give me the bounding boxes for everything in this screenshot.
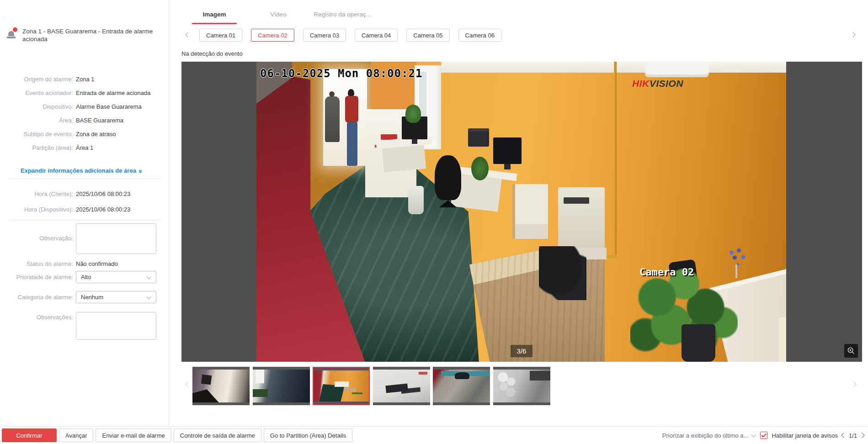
action-bar: Confirmar Avançar Enviar e-mail de alarm… xyxy=(0,426,868,444)
pagination: 1/1 xyxy=(842,432,864,439)
footer-right-controls: Priorizar a exibição do último a... Habi… xyxy=(662,428,864,442)
alarm-red-dot-badge xyxy=(13,27,17,32)
camera-button-04[interactable]: Camera 04 xyxy=(355,29,398,42)
camera-scroll-left-icon[interactable] xyxy=(185,32,190,37)
scene-trash-bin xyxy=(408,186,424,214)
enable-popup-label: Habilitar janela de avisos xyxy=(772,432,838,439)
field-row-event-subtype: Subtipo de evento: Zona de atraso xyxy=(0,127,165,141)
thumbnail-5[interactable] xyxy=(433,367,490,405)
thumbnail-image-dark-alley xyxy=(253,370,310,402)
scene-laser-printer xyxy=(558,187,605,248)
scene-monitor-2 xyxy=(493,137,522,164)
go-to-partition-details-button[interactable]: Go to Partition (Area) Details xyxy=(264,428,352,442)
enable-popup-checkbox[interactable] xyxy=(760,432,767,439)
chevron-down-icon xyxy=(751,432,756,437)
event-detection-label: Na detecção do evento xyxy=(181,50,243,57)
hikvision-logo: HIKVISION xyxy=(632,78,683,89)
thumbnail-image-office-orange xyxy=(314,370,369,402)
expand-area-info-link[interactable]: Expandir informações adicionais de área … xyxy=(21,167,143,174)
display-priority-dropdown[interactable]: Priorizar a exibição do último a... xyxy=(662,432,756,439)
alarm-time-fields: Hora (Cliente): 2025/10/06 08:00:23 Hora… xyxy=(0,186,165,217)
alarm-output-control-button[interactable]: Controle de saída de alarme xyxy=(174,428,261,442)
field-row-origin: Origem do alarme: Zona 1 xyxy=(0,72,165,86)
page-next-icon[interactable] xyxy=(859,433,864,438)
scene-office-chair xyxy=(435,155,461,200)
thumbnail-image-street xyxy=(433,370,490,402)
camera-button-05[interactable]: Camera 05 xyxy=(406,29,449,42)
camera-button-01[interactable]: Camera 01 xyxy=(199,29,242,42)
double-chevron-down-icon: » xyxy=(138,169,143,173)
media-tabs: Imagem Vídeo Registro da operaç... xyxy=(182,8,374,24)
alarm-status-row: Status do alarme: Não confirmado xyxy=(0,258,165,269)
osd-camera-name: Camera 02 xyxy=(639,266,694,278)
thumbnail-image-white-office xyxy=(373,370,430,402)
scene-black-chairs xyxy=(539,246,586,300)
image-counter-badge: 3/6 xyxy=(511,345,533,357)
divider xyxy=(8,220,161,220)
page-indicator: 1/1 xyxy=(849,432,857,439)
remarks-textarea[interactable] xyxy=(76,312,156,340)
observation-textarea[interactable] xyxy=(76,223,156,254)
next-button[interactable]: Avançar xyxy=(59,428,93,442)
priority-dropdown[interactable]: Alto xyxy=(76,271,156,283)
camera-snapshot: 06-10-2025 Mon 08:00:21 HIKVISION Camera… xyxy=(256,62,786,362)
scene-person-red-shirt xyxy=(343,89,361,168)
camera-selector-row: Camera 01 Camera 02 Camera 03 Camera 04 … xyxy=(181,29,862,42)
scene-conduit-pipe xyxy=(614,62,617,258)
scene-small-plant-2 xyxy=(471,157,489,180)
field-row-client-time: Hora (Cliente): 2025/10/06 08:00:23 xyxy=(0,186,165,201)
scene-ac-unit xyxy=(645,62,709,77)
field-row-device-time: Hora (Dispositivo): 2025/10/06 08:00:23 xyxy=(0,201,165,217)
alarm-header: Zona 1 - BASE Guararema - Entrada de ala… xyxy=(6,27,164,43)
scene-small-plant-1 xyxy=(405,105,421,123)
field-row-trigger-event: Evento acionador: Entrada de alarme acio… xyxy=(0,86,165,100)
scene-cabinet xyxy=(512,184,548,239)
tab-imagem[interactable]: Imagem xyxy=(182,8,246,24)
camera-button-02[interactable]: Camera 02 xyxy=(251,29,294,42)
thumbnail-6[interactable] xyxy=(493,367,550,405)
camera-scroll-right-icon[interactable] xyxy=(850,32,855,37)
field-row-device: Dispositivo: Alarme Base Guararema xyxy=(0,100,165,113)
osd-timestamp: 06-10-2025 Mon 08:00:21 xyxy=(260,67,422,80)
tab-video[interactable]: Vídeo xyxy=(246,8,310,24)
thumbnail-scroll-left-icon[interactable] xyxy=(185,381,190,386)
field-row-area: Área: BASE Guararema xyxy=(0,113,165,127)
zoom-in-button[interactable] xyxy=(844,344,858,358)
divider xyxy=(8,179,161,179)
alarm-detail-window: Zona 1 - BASE Guararema - Entrada de ala… xyxy=(0,0,868,444)
image-viewer: 06-10-2025 Mon 08:00:21 HIKVISION Camera… xyxy=(181,62,862,362)
camera-button-03[interactable]: Camera 03 xyxy=(303,29,346,42)
alarm-fields: Origem do alarme: Zona 1 Evento acionado… xyxy=(0,72,165,154)
scene-right-edge xyxy=(779,317,786,362)
magnifier-plus-icon xyxy=(847,346,856,355)
sidebar-divider xyxy=(169,0,169,426)
scene-person-backpack xyxy=(325,96,340,142)
camera-buttons: Camera 01 Camera 02 Camera 03 Camera 04 … xyxy=(199,29,501,42)
camera-button-06[interactable]: Camera 06 xyxy=(458,29,501,42)
thumbnail-strip xyxy=(181,367,862,405)
alarm-title: Zona 1 - BASE Guararema - Entrada de ala… xyxy=(22,27,156,43)
scene-small-printer xyxy=(468,128,489,147)
action-buttons: Confirmar Avançar Enviar e-mail de alarm… xyxy=(2,428,352,442)
tab-operation-log[interactable]: Registro da operaç... xyxy=(310,8,374,24)
thumbnail-image-corridor xyxy=(192,370,250,402)
thumbnail-1[interactable] xyxy=(192,367,250,405)
thumbnail-4[interactable] xyxy=(373,367,430,405)
thumbnail-scroll-right-icon[interactable] xyxy=(851,381,856,386)
page-previous-icon[interactable] xyxy=(841,433,846,438)
thumbnail-3-selected[interactable] xyxy=(313,367,370,405)
alarm-siren-icon xyxy=(6,27,18,39)
category-dropdown[interactable]: Nenhum xyxy=(76,291,156,303)
thumbnail-2[interactable] xyxy=(253,367,310,405)
alarm-info-sidebar: Zona 1 - BASE Guararema - Entrada de ala… xyxy=(0,0,169,426)
confirm-button[interactable]: Confirmar xyxy=(2,428,57,442)
send-alarm-email-button[interactable]: Enviar e-mail de alarme xyxy=(96,428,171,442)
scene-plant-pot xyxy=(682,324,715,362)
field-row-partition: Partição (área): Área 1 xyxy=(0,141,165,154)
thumbnail-image-storage-room xyxy=(493,370,550,402)
